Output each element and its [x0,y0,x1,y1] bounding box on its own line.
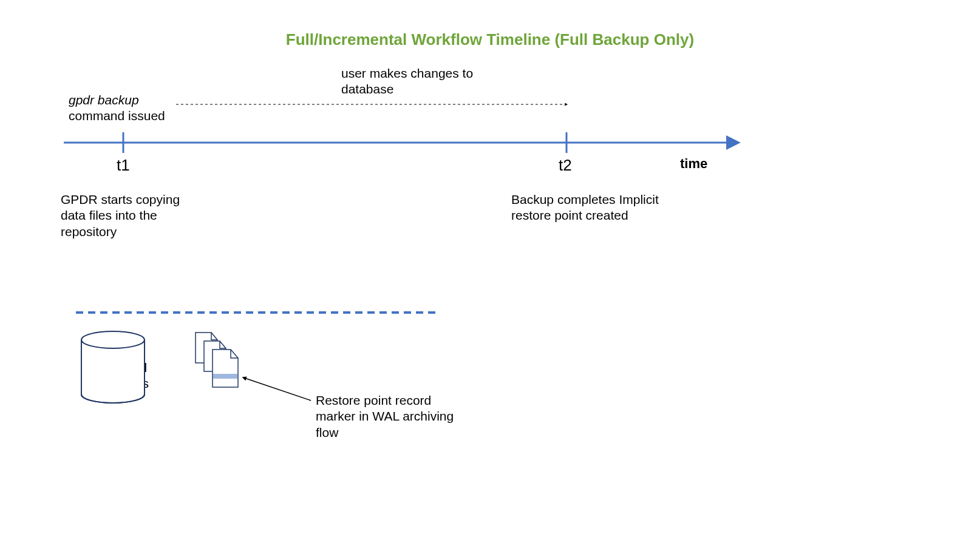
label-restore-point-marker: Restore point record marker in WAL archi… [316,393,455,441]
label-t1-description: GPDR starts copying data files into the … [61,192,200,240]
diagram-title: Full/Incremental Workflow Timeline (Full… [0,30,980,49]
tick-label-t2: t2 [559,155,572,175]
label-command-issued: command issued [69,109,165,123]
axis-label-time: time [680,155,707,172]
arrow-restore-marker [243,377,311,401]
label-t2-description: Backup completes Implicit restore point … [511,192,669,224]
label-physical-data-files: Physical data files [87,360,160,392]
label-gpdr-backup-italic: gpdr backup [69,93,139,107]
svg-rect-1 [213,374,237,379]
label-gpdr-backup: gpdr backup command issued [69,92,165,124]
documents-icon [196,333,238,387]
svg-point-0 [81,331,145,348]
tick-label-t1: t1 [117,155,130,175]
label-user-changes: user makes changes to database [341,66,499,98]
